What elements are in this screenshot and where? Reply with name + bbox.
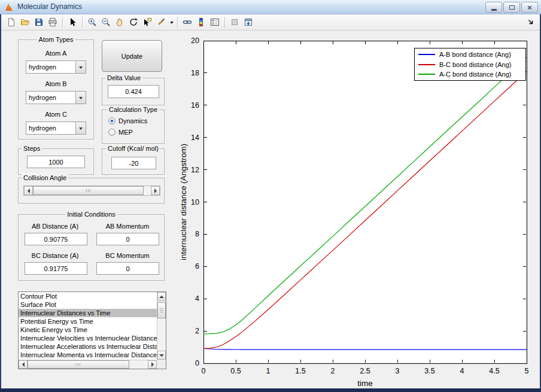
list-item[interactable]: Surface Plot (19, 300, 157, 309)
titlebar[interactable]: Molecular Dynamics × (0, 0, 541, 14)
bc-distance-field[interactable] (25, 262, 87, 275)
ab-momentum-label: AB Momentum (94, 223, 161, 230)
plot-type-listbox[interactable]: Contour Plot Surface Plot Internuclear D… (18, 291, 166, 369)
steps-field[interactable] (27, 156, 85, 168)
chevron-down-icon[interactable] (75, 61, 86, 73)
list-item[interactable]: Internuclear Accelerations vs Internucle… (19, 342, 157, 351)
legend-icon (210, 17, 220, 27)
bc-momentum-label: BC Momentum (94, 252, 161, 259)
scroll-left-arrow[interactable] (19, 360, 28, 369)
overflow-arrow-icon[interactable] (528, 19, 534, 25)
axes-canvas[interactable]: 00.511.522.533.544.5502468101214161820ti… (180, 33, 541, 388)
delta-value-field[interactable] (108, 85, 159, 98)
chevron-down-icon[interactable] (75, 92, 86, 104)
save-figure-button[interactable] (32, 16, 45, 29)
legend-entry: B-C bond distance (Ang) (415, 60, 525, 69)
legend-swatch (418, 64, 435, 65)
data-cursor-button[interactable] (141, 16, 154, 29)
dock-figure-button[interactable] (242, 16, 255, 29)
slider-left-arrow[interactable] (24, 186, 33, 195)
slider-thumb[interactable] (33, 186, 144, 195)
minimize-button[interactable] (485, 2, 502, 13)
link-plot-button[interactable] (181, 16, 194, 29)
svg-text:3: 3 (396, 367, 400, 375)
zoom-out-button[interactable] (99, 16, 113, 29)
svg-text:1.5: 1.5 (295, 367, 305, 375)
insert-legend-button[interactable] (208, 16, 221, 29)
hide-plot-tools-button[interactable] (228, 16, 241, 29)
dynamics-radio-label[interactable]: Dynamics (118, 117, 147, 124)
vertical-scroll-thumb[interactable] (157, 302, 166, 318)
zoom-in-button[interactable] (86, 16, 99, 29)
window-title: Molecular Dynamics (17, 0, 82, 14)
dock-figure-icon (244, 17, 253, 27)
svg-text:4.5: 4.5 (489, 367, 499, 375)
svg-text:2: 2 (331, 367, 335, 375)
cutoff-field[interactable] (111, 157, 156, 169)
chevron-down-icon[interactable] (75, 122, 86, 134)
svg-text:0: 0 (202, 367, 206, 375)
legend-label: A-B bond distance (Ang) (439, 51, 511, 58)
list-item[interactable]: Internuclear Velocities vs Internuclear … (19, 334, 157, 342)
horizontal-scroll-thumb[interactable] (28, 360, 129, 369)
pan-button[interactable] (113, 16, 126, 29)
insert-colorbar-button[interactable] (194, 16, 208, 29)
list-item[interactable]: Contour Plot (19, 292, 157, 300)
svg-text:16: 16 (191, 101, 199, 110)
scroll-right-arrow[interactable] (148, 360, 157, 369)
bc-momentum-field[interactable] (96, 262, 159, 275)
collision-angle-slider[interactable] (23, 186, 160, 196)
colorbar-icon (196, 17, 206, 27)
listbox-horizontal-scrollbar[interactable] (19, 360, 157, 369)
list-item[interactable]: Kinetic Energy vs Time (19, 326, 157, 334)
restore-button[interactable] (503, 2, 520, 13)
listbox-vertical-scrollbar[interactable] (157, 292, 166, 360)
list-item[interactable]: Potential Energy vs Time (19, 317, 157, 326)
atom-a-select[interactable]: hydrogen (26, 60, 86, 74)
legend-label: B-C bond distance (Ang) (439, 61, 511, 68)
atom-c-select[interactable]: hydrogen (26, 121, 86, 135)
calculation-type-panel-title: Calculation Type (107, 106, 159, 113)
atom-b-select[interactable]: hydrogen (26, 91, 86, 104)
update-button[interactable]: Update (102, 40, 162, 72)
plot-legend[interactable]: A-B bond distance (Ang) B-C bond distanc… (414, 48, 526, 81)
legend-swatch (418, 74, 435, 75)
save-floppy-icon (34, 17, 44, 27)
brush-data-button[interactable] (154, 16, 168, 29)
hide-plot-tools-icon (230, 17, 239, 27)
scroll-down-arrow[interactable] (157, 351, 166, 360)
figure-toolbar (0, 14, 541, 31)
pan-hand-icon (115, 17, 124, 27)
slider-right-arrow[interactable] (151, 186, 160, 195)
svg-text:8: 8 (195, 230, 199, 238)
svg-text:10: 10 (191, 198, 199, 206)
brush-dropdown-icon[interactable] (168, 16, 175, 29)
open-file-button[interactable] (19, 16, 32, 29)
ab-distance-label: AB Distance (A) (22, 223, 89, 230)
edit-plot-button[interactable] (66, 16, 79, 29)
svg-text:6: 6 (195, 262, 199, 271)
plot-area: 00.511.522.533.544.5502468101214161820ti… (180, 33, 541, 388)
dynamics-radio[interactable] (108, 117, 116, 124)
close-button[interactable]: × (521, 2, 538, 13)
ab-distance-field[interactable] (25, 233, 87, 245)
printer-icon (48, 17, 57, 27)
list-item[interactable]: Internuclear Momenta vs Internuclear Dis… (19, 351, 157, 359)
close-icon: × (527, 4, 532, 11)
ab-momentum-field[interactable] (96, 233, 159, 245)
delta-value-panel: Delta Value (102, 78, 165, 105)
svg-text:internuclear distance (Angstro: internuclear distance (Angstrom) (180, 144, 188, 260)
window-border-left (0, 14, 1, 388)
scroll-up-arrow[interactable] (157, 292, 166, 301)
atom-a-value: hydrogen (26, 61, 75, 73)
svg-text:20: 20 (191, 37, 199, 45)
scrollbar-corner (157, 360, 166, 369)
mep-radio[interactable] (108, 129, 116, 136)
rotate-3d-button[interactable] (127, 16, 140, 29)
new-figure-button[interactable] (5, 16, 18, 29)
print-figure-button[interactable] (46, 16, 59, 29)
calculation-type-panel: Calculation Type Dynamics MEP (102, 110, 165, 144)
list-item[interactable]: Internuclear Distances vs Time (19, 309, 157, 317)
svg-text:4: 4 (460, 367, 464, 375)
mep-radio-label[interactable]: MEP (118, 129, 133, 136)
